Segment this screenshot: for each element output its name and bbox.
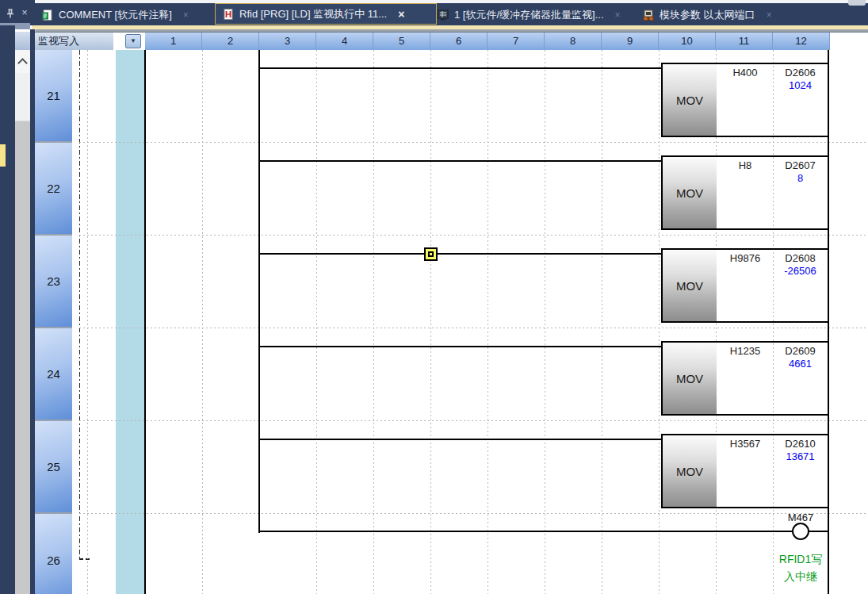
mov-instruction-block[interactable]: MOV H3567 D2610 13671 (661, 434, 829, 508)
dest-operand: D2607 (773, 159, 828, 171)
rung-line-23 (259, 253, 662, 255)
column-header: 7 (488, 33, 545, 50)
tab-label: Rfid [PRG] [LD] 监视执行中 11... (239, 7, 387, 21)
grid-line (79, 235, 868, 236)
tab-module-parameter[interactable]: 模块参数 以太网端口 × (642, 4, 772, 25)
vertical-scrollbar-track[interactable] (15, 50, 30, 594)
coil-device-label: M467 (772, 512, 829, 523)
module-parameter-icon (642, 9, 655, 21)
monitor-value: 1024 (773, 79, 828, 91)
instruction-op: MOV (663, 64, 717, 136)
tab-close-icon[interactable]: × (767, 10, 772, 21)
column-header: 3 (259, 33, 316, 50)
dest-operand: D2606 (773, 67, 828, 79)
column-header: 1 (145, 33, 202, 50)
tab-bar-top-strip (35, 0, 868, 3)
column-header: 8 (545, 33, 602, 50)
rung-line-26 (259, 531, 793, 532)
source-operand: H3567 (717, 438, 774, 450)
tab-close-icon[interactable]: × (398, 8, 404, 21)
rung-line-21 (259, 67, 662, 69)
tab-label: 模块参数 以太网端口 (660, 8, 755, 22)
monitor-mode-dropdown[interactable]: ▼ (125, 34, 141, 48)
branch-rail (258, 50, 260, 533)
rung-line-24 (259, 346, 662, 347)
chevron-down-icon: ▼ (130, 37, 136, 44)
collapsed-panel-tab[interactable] (0, 144, 6, 167)
dest-operand: D2610 (773, 438, 828, 450)
row-header[interactable]: 23 (35, 236, 72, 327)
column-header: 9 (602, 33, 659, 50)
column-header: 2 (202, 33, 259, 50)
edit-cursor[interactable] (424, 247, 438, 261)
column-header: 5 (373, 33, 430, 50)
tab-label: 1 [软元件/缓冲存储器批量监视]... (454, 8, 604, 22)
source-operand: H1235 (717, 345, 774, 357)
auto-hide-pin-icon[interactable] (4, 7, 17, 20)
source-operand: H400 (717, 67, 774, 79)
scroll-up-button[interactable] (15, 50, 30, 73)
output-coil[interactable] (792, 523, 809, 540)
scrollbar-corner-cell (15, 32, 30, 50)
instruction-op: MOV (663, 250, 717, 321)
vertical-scrollbar-thumb[interactable] (15, 73, 30, 121)
column-header: 11 (716, 33, 773, 50)
tab-comment[interactable]: COMMENT [软元件注释] × (41, 4, 189, 25)
tab-close-icon[interactable]: × (615, 10, 621, 21)
batch-monitor-icon (437, 9, 449, 21)
device-comment-line: 入中继 (761, 568, 840, 585)
tab-rfid-program[interactable]: Rfid [PRG] [LD] 监视执行中 11... × (215, 3, 437, 25)
column-header: 12 (773, 33, 830, 50)
rung-line-25 (259, 439, 662, 440)
mov-instruction-block[interactable]: MOV H9876 D2608 -26506 (661, 248, 829, 323)
rung-line-22 (259, 160, 662, 162)
monitor-value: 13671 (773, 450, 828, 462)
instruction-op: MOV (663, 157, 717, 228)
chevron-up-icon (17, 58, 28, 68)
tab-close-icon[interactable]: × (183, 10, 189, 21)
left-power-rail (144, 50, 146, 594)
mov-instruction-block[interactable]: MOV H1235 D2609 4661 (661, 341, 829, 416)
tab-batch-monitor[interactable]: 1 [软元件/缓冲存储器批量监视]... × (437, 4, 621, 25)
source-operand: H9876 (717, 252, 774, 264)
monitor-value: -26506 (773, 265, 828, 277)
grid-line (79, 513, 868, 514)
instruction-op: MOV (663, 435, 717, 507)
rung-line-26-right (809, 531, 829, 532)
grid-line (79, 142, 868, 143)
panel-close-icon[interactable]: × (19, 6, 30, 19)
grid-line (79, 328, 868, 328)
column-header: 10 (659, 33, 716, 50)
edit-cursor-dot (428, 251, 434, 257)
row-header[interactable]: 22 (35, 143, 72, 234)
block-boundary-end (79, 558, 90, 560)
mov-instruction-block[interactable]: MOV H8 D2607 8 (661, 155, 829, 230)
instruction-op: MOV (663, 343, 717, 414)
tab-label: COMMENT [软元件注释] (59, 8, 172, 22)
row-header[interactable]: 24 (35, 328, 72, 420)
dest-operand: D2609 (773, 345, 828, 357)
left-dock-strip (0, 25, 15, 594)
block-boundary-line (79, 50, 80, 560)
row-header[interactable]: 26 (35, 514, 72, 594)
row-header[interactable]: 25 (35, 421, 72, 512)
device-comment-line: RFID1写 (761, 550, 840, 568)
mov-instruction-block[interactable]: MOV H400 D2606 1024 (661, 63, 829, 137)
source-operand: H8 (717, 159, 774, 171)
monitor-mode-label: 监视写入 (35, 33, 113, 50)
monitor-value: 4661 (773, 358, 828, 370)
ladder-program-icon (222, 8, 235, 21)
monitor-value: 8 (773, 172, 828, 184)
dest-operand: D2608 (773, 252, 828, 264)
grid-line (79, 420, 868, 421)
column-header: 6 (430, 33, 488, 50)
scroll-top-button[interactable] (848, 0, 866, 6)
row-header[interactable]: 21 (35, 50, 72, 141)
column-header: 4 (316, 33, 373, 50)
device-comment: RFID1写 入中继 (761, 550, 840, 585)
comment-document-icon (41, 9, 54, 21)
